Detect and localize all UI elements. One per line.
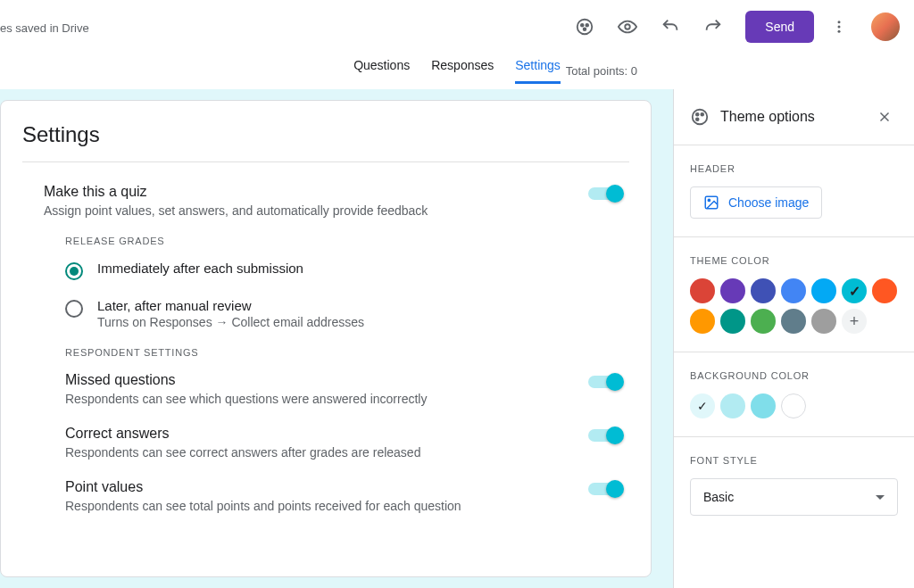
- close-icon[interactable]: [871, 104, 898, 130]
- svg-point-9: [696, 113, 699, 116]
- font-value: Basic: [703, 490, 734, 504]
- tab-questions[interactable]: Questions: [353, 58, 410, 84]
- tab-responses[interactable]: Responses: [431, 58, 494, 84]
- svg-point-8: [693, 110, 708, 125]
- radio-immediate[interactable]: Immediately after each submission: [65, 261, 629, 280]
- theme-color-label: THEME COLOR: [690, 255, 898, 266]
- font-select[interactable]: Basic: [690, 478, 898, 516]
- theme-color-swatch[interactable]: [720, 278, 745, 303]
- send-button[interactable]: Send: [745, 11, 814, 43]
- bg-color-swatch[interactable]: [781, 393, 806, 418]
- missed-title: Missed questions: [65, 372, 427, 388]
- customize-theme-icon[interactable]: [567, 9, 602, 45]
- theme-color-swatch[interactable]: [781, 309, 806, 334]
- missed-toggle[interactable]: [588, 376, 620, 388]
- settings-card: Settings Make this a quiz Assign point v…: [0, 100, 652, 577]
- radio-later[interactable]: Later, after manual review Turns on Resp…: [65, 298, 629, 329]
- chevron-down-icon: [876, 495, 885, 500]
- correct-toggle[interactable]: [588, 429, 620, 442]
- svg-point-7: [838, 30, 841, 33]
- page-title: Settings: [22, 122, 629, 162]
- tab-settings[interactable]: Settings: [515, 58, 561, 84]
- radio-immediate-label: Immediately after each submission: [97, 261, 303, 276]
- points-title: Point values: [65, 479, 461, 495]
- theme-color-swatch[interactable]: [690, 309, 715, 334]
- svg-point-3: [584, 28, 586, 30]
- points-desc: Respondents can see total points and poi…: [65, 499, 461, 513]
- radio-icon: [65, 262, 83, 280]
- svg-point-0: [577, 20, 593, 35]
- avatar[interactable]: [871, 12, 900, 41]
- svg-point-6: [838, 26, 841, 29]
- preview-icon[interactable]: [610, 9, 645, 45]
- theme-color-swatch[interactable]: [872, 278, 897, 303]
- add-color-button[interactable]: +: [842, 309, 867, 334]
- choose-image-label: Choose image: [728, 195, 809, 210]
- svg-point-11: [696, 118, 699, 120]
- total-points: Total points: 0: [566, 64, 637, 78]
- svg-point-10: [701, 113, 703, 116]
- theme-color-swatch[interactable]: [751, 309, 776, 334]
- palette-icon: [690, 107, 710, 127]
- bg-color-label: BACKGROUND COLOR: [690, 370, 898, 381]
- bg-color-swatch[interactable]: [720, 393, 745, 418]
- missed-desc: Respondents can see which questions were…: [65, 392, 427, 406]
- quiz-toggle[interactable]: [588, 187, 620, 200]
- theme-title: Theme options: [720, 109, 815, 125]
- header-label: HEADER: [690, 163, 898, 174]
- radio-icon: [65, 300, 83, 318]
- redo-icon[interactable]: [695, 9, 731, 45]
- theme-color-swatch[interactable]: [781, 278, 806, 303]
- svg-point-2: [586, 24, 589, 27]
- radio-later-label: Later, after manual review: [97, 298, 364, 313]
- theme-color-swatch[interactable]: [811, 278, 836, 303]
- theme-color-swatch[interactable]: [811, 309, 836, 334]
- quiz-title: Make this a quiz: [44, 184, 428, 200]
- radio-later-desc: Turns on Responses → Collect email addre…: [97, 315, 364, 329]
- bg-color-swatch[interactable]: [751, 393, 776, 418]
- theme-color-swatch[interactable]: [842, 278, 867, 303]
- bg-color-swatch[interactable]: [690, 393, 715, 418]
- theme-color-swatch[interactable]: [720, 309, 745, 334]
- correct-desc: Respondents can see correct answers afte…: [65, 445, 420, 460]
- respondent-label: RESPONDENT SETTINGS: [65, 347, 629, 358]
- quiz-desc: Assign point values, set answers, and au…: [44, 203, 428, 218]
- theme-color-swatch[interactable]: [751, 278, 776, 303]
- points-toggle[interactable]: [588, 483, 620, 495]
- theme-color-swatch[interactable]: [690, 278, 715, 303]
- choose-image-button[interactable]: Choose image: [690, 186, 822, 219]
- svg-point-5: [838, 21, 841, 23]
- svg-point-1: [581, 24, 584, 27]
- svg-point-15: [708, 199, 710, 201]
- font-label: FONT STYLE: [690, 455, 898, 466]
- theme-panel: Theme options HEADER Choose image THEME …: [673, 89, 914, 588]
- save-status: es saved in Drive: [0, 21, 89, 35]
- image-icon: [703, 195, 719, 211]
- more-options-icon[interactable]: [821, 9, 857, 45]
- release-grades-label: RELEASE GRADES: [65, 236, 629, 246]
- correct-title: Correct answers: [65, 426, 420, 442]
- svg-point-4: [626, 24, 631, 29]
- undo-icon[interactable]: [652, 9, 688, 45]
